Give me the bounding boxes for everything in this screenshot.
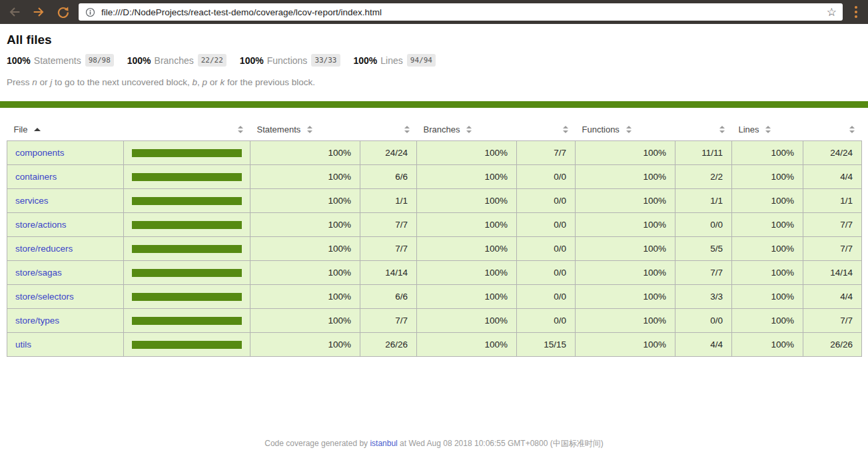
file-link[interactable]: store/actions xyxy=(15,220,67,230)
branches-abs-cell: 0/0 xyxy=(517,165,576,189)
functions-abs-cell: 2/2 xyxy=(675,165,732,189)
footer: Code coverage generated by istanbul at W… xyxy=(0,438,868,449)
lines-pct-cell: 100% xyxy=(732,141,803,165)
header-statements-abs[interactable] xyxy=(360,118,417,141)
page-title: All files xyxy=(7,33,861,47)
table-row: store/selectors 100% 6/6 100% 0/0 100% 3… xyxy=(7,285,862,309)
lines-abs-cell: 4/4 xyxy=(803,165,862,189)
sort-icon xyxy=(765,126,771,133)
functions-pct-cell: 100% xyxy=(576,261,675,285)
statements-abs-cell: 14/14 xyxy=(360,261,417,285)
statements-abs-cell: 7/7 xyxy=(360,309,417,333)
back-arrow-icon xyxy=(7,5,22,19)
statements-pct-cell: 100% xyxy=(250,165,360,189)
header-lines[interactable]: Lines xyxy=(732,118,803,141)
functions-pct-cell: 100% xyxy=(576,237,675,261)
coverage-status-line xyxy=(0,101,868,108)
branches-abs-cell: 0/0 xyxy=(517,237,576,261)
lines-pct-cell: 100% xyxy=(732,261,803,285)
coverage-bar xyxy=(132,269,242,277)
statements-label: Statements xyxy=(34,55,81,66)
table-row: components 100% 24/24 100% 7/7 100% 11/1… xyxy=(7,141,862,165)
lines-abs-cell: 7/7 xyxy=(803,309,862,333)
file-link[interactable]: store/sagas xyxy=(15,268,62,278)
lines-abs-cell: 4/4 xyxy=(803,285,862,309)
file-link[interactable]: containers xyxy=(15,172,57,182)
sort-icon xyxy=(307,126,313,133)
branches-pct-cell: 100% xyxy=(417,309,517,333)
reload-icon xyxy=(56,5,70,19)
statements-pct-cell: 100% xyxy=(250,261,360,285)
coverage-bar xyxy=(132,197,242,205)
back-button[interactable] xyxy=(7,4,23,20)
browser-menu-icon[interactable] xyxy=(851,5,861,19)
header-file-bar[interactable] xyxy=(124,118,250,141)
file-link[interactable]: services xyxy=(15,196,49,206)
statements-abs-cell: 1/1 xyxy=(360,189,417,213)
functions-pct: 100% xyxy=(240,55,264,66)
summary-lines: 100% Lines 94/94 xyxy=(354,54,436,67)
header-statements[interactable]: Statements xyxy=(250,118,360,141)
statements-pct-cell: 100% xyxy=(250,309,360,333)
address-bar[interactable]: file:///D:/NodeProjects/react-test-demo/… xyxy=(79,3,843,21)
branches-pct-cell: 100% xyxy=(417,165,517,189)
footer-prefix: Code coverage generated by xyxy=(264,439,370,448)
coverage-bar xyxy=(132,221,242,229)
branches-abs-cell: 0/0 xyxy=(517,285,576,309)
file-link[interactable]: components xyxy=(15,148,65,158)
header-branches[interactable]: Branches xyxy=(417,118,517,141)
coverage-bar xyxy=(132,149,242,157)
header-file[interactable]: File xyxy=(7,118,124,141)
statements-pct-cell: 100% xyxy=(250,285,360,309)
functions-fraction: 33/33 xyxy=(311,54,340,67)
coverage-summary: 100% Statements 98/98 100% Branches 22/2… xyxy=(7,54,861,67)
table-row: store/actions 100% 7/7 100% 0/0 100% 0/0… xyxy=(7,213,862,237)
branches-fraction: 22/22 xyxy=(198,54,226,67)
sort-icon xyxy=(466,126,472,133)
functions-abs-cell: 11/11 xyxy=(675,141,732,165)
statements-pct-cell: 100% xyxy=(250,237,360,261)
branches-pct-cell: 100% xyxy=(417,189,517,213)
branches-pct-cell: 100% xyxy=(417,285,517,309)
lines-abs-cell: 14/14 xyxy=(803,261,862,285)
table-row: utils 100% 26/26 100% 15/15 100% 4/4 100… xyxy=(7,333,862,357)
bookmark-star-icon[interactable]: ☆ xyxy=(827,7,837,18)
file-link[interactable]: store/reducers xyxy=(15,244,73,254)
coverage-table: File Statements Branches xyxy=(7,118,862,357)
header-functions-abs[interactable] xyxy=(675,118,732,141)
functions-pct-cell: 100% xyxy=(576,213,675,237)
sort-icon xyxy=(238,126,244,133)
branches-pct-cell: 100% xyxy=(417,261,517,285)
sort-icon xyxy=(849,126,855,133)
file-link[interactable]: utils xyxy=(15,340,31,350)
coverage-bar xyxy=(132,293,242,301)
summary-functions: 100% Functions 33/33 xyxy=(240,54,340,67)
functions-abs-cell: 0/0 xyxy=(675,309,732,333)
summary-statements: 100% Statements 98/98 xyxy=(7,54,114,67)
browser-toolbar: file:///D:/NodeProjects/react-test-demo/… xyxy=(0,0,868,24)
coverage-bar xyxy=(132,317,242,325)
functions-abs-cell: 3/3 xyxy=(675,285,732,309)
table-row: store/types 100% 7/7 100% 0/0 100% 0/0 1… xyxy=(7,309,862,333)
file-link[interactable]: store/types xyxy=(15,316,59,326)
functions-abs-cell: 7/7 xyxy=(675,261,732,285)
functions-abs-cell: 0/0 xyxy=(675,213,732,237)
header-lines-abs[interactable] xyxy=(803,118,862,141)
statements-abs-cell: 24/24 xyxy=(360,141,417,165)
branches-abs-cell: 15/15 xyxy=(517,333,576,357)
forward-button[interactable] xyxy=(31,4,47,20)
header-branches-abs[interactable] xyxy=(517,118,576,141)
statements-pct-cell: 100% xyxy=(250,333,360,357)
summary-branches: 100% Branches 22/22 xyxy=(127,54,226,67)
reload-button[interactable] xyxy=(55,4,71,20)
functions-pct-cell: 100% xyxy=(576,333,675,357)
forward-arrow-icon xyxy=(31,5,46,19)
page-info-icon[interactable] xyxy=(85,7,96,18)
file-link[interactable]: store/selectors xyxy=(15,292,74,302)
istanbul-link[interactable]: istanbul xyxy=(370,439,397,448)
lines-pct-cell: 100% xyxy=(732,237,803,261)
lines-abs-cell: 26/26 xyxy=(803,333,862,357)
functions-pct-cell: 100% xyxy=(576,285,675,309)
header-functions[interactable]: Functions xyxy=(576,118,675,141)
statements-abs-cell: 6/6 xyxy=(360,285,417,309)
